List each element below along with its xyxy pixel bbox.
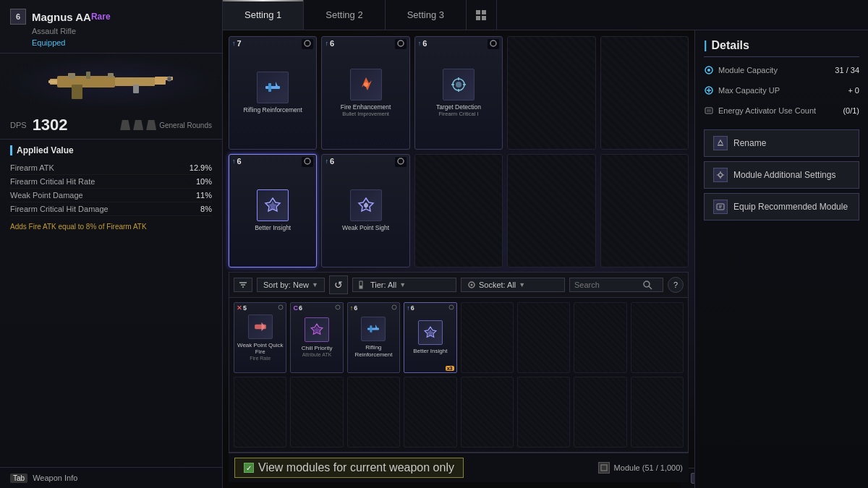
tab-setting3[interactable]: Setting 3 [386, 0, 467, 30]
energy-stat: Energy Activator Use Count (0/1) [704, 103, 859, 118]
svg-rect-49 [370, 325, 373, 332]
svg-point-56 [707, 69, 710, 72]
svg-point-24 [305, 158, 310, 164]
svg-marker-50 [376, 325, 378, 329]
module-capacity-value: 31 / 34 [835, 66, 859, 74]
sort-filter-icon[interactable] [234, 278, 252, 292]
module-count-label: Module (51 / 1,000) [614, 463, 683, 472]
module-cost-7 [395, 157, 407, 167]
stat-name-weak-point: Weak Point Damage [10, 191, 83, 200]
inv-module-4[interactable]: ↑ 6 Be [404, 302, 456, 373]
inv-module-6[interactable] [517, 302, 570, 373]
refresh-button[interactable]: ↺ [329, 275, 348, 294]
equipped-module-2[interactable]: ↑ 6 Fire Enhancement [321, 36, 409, 150]
search-input[interactable] [574, 281, 639, 289]
sort-button[interactable]: Sort by: New ▼ [257, 278, 325, 292]
equipped-module-10[interactable] [600, 154, 689, 267]
svg-rect-8 [133, 85, 139, 93]
socket-filter[interactable]: Socket: All ▼ [461, 278, 565, 292]
weapon-name: Magnus AA [32, 11, 91, 23]
tier-label: Tier: All [370, 281, 396, 289]
stat-name-crit-dmg: Firearm Critical Hit Damage [10, 205, 109, 213]
svg-rect-54 [601, 465, 607, 471]
svg-rect-10 [48, 80, 57, 83]
svg-point-27 [398, 158, 404, 164]
equipped-module-8[interactable] [414, 154, 503, 267]
rename-button[interactable]: Rename [704, 129, 859, 157]
help-button[interactable]: ? [668, 277, 684, 293]
dps-row: DPS 1302 General Rounds [0, 111, 222, 140]
tier-filter[interactable]: Tier: All ▼ [352, 278, 456, 292]
max-capacity-value: + 0 [848, 86, 859, 95]
inv-module-10[interactable] [290, 377, 343, 448]
inv-module-2[interactable]: C 6 Ch [290, 302, 343, 373]
inv-badge-4: x3 [446, 366, 454, 371]
inv-tier-1: ✕ 5 [237, 304, 247, 312]
svg-point-47 [392, 305, 396, 309]
inventory-grid-wrapper: ✕ 5 We [229, 297, 689, 453]
inv-module-14[interactable] [517, 377, 570, 448]
equipped-module-3[interactable]: ↑ 6 [414, 36, 503, 150]
equipped-module-5[interactable] [600, 36, 689, 150]
search-area[interactable] [569, 278, 663, 292]
svg-point-19 [456, 82, 461, 87]
rename-icon [713, 136, 728, 150]
inv-module-7[interactable] [574, 302, 626, 373]
inv-subname-1: Fire Rate [250, 356, 271, 361]
module-name-6: Better Insight [252, 224, 293, 231]
weapon-level: 6 [10, 9, 26, 25]
inventory-grid: ✕ 5 We [234, 302, 684, 448]
inv-module-16[interactable] [631, 377, 684, 448]
additional-settings-icon [713, 168, 728, 182]
inv-module-8[interactable] [631, 302, 684, 373]
inv-name-4: Better Insight [412, 348, 448, 355]
inv-module-5[interactable] [461, 302, 514, 373]
svg-rect-7 [72, 85, 82, 99]
bottom-tab[interactable]: Tab Weapon Info [0, 467, 222, 488]
equipped-module-7[interactable]: ↑ 6 [321, 154, 409, 267]
module-cost-6 [302, 157, 313, 167]
stat-value-weak-point: 11% [196, 191, 212, 200]
inv-tier-2: C 6 [293, 304, 302, 312]
inv-module-1[interactable]: ✕ 5 We [234, 302, 286, 373]
equipped-module-9[interactable] [507, 154, 595, 267]
max-capacity-label: Max Capacity UP [718, 86, 843, 95]
sort-label: Sort by: New [263, 281, 309, 289]
grid-icon [476, 10, 486, 20]
module-capacity-label: Module Capacity [718, 66, 830, 74]
additional-settings-button[interactable]: Module Additional Settings [704, 161, 859, 189]
module-grid-area: ↑ 7 Rifling R [223, 30, 694, 488]
equipped-module-4[interactable] [507, 36, 595, 150]
inv-module-11[interactable] [347, 377, 400, 448]
module-icon-6 [257, 189, 289, 221]
equipped-module-1[interactable]: ↑ 7 Rifling R [229, 36, 317, 150]
module-count: Module (51 / 1,000) [598, 462, 683, 474]
module-tier-3: ↑ 6 [418, 39, 427, 48]
applied-value-title: Applied Value [10, 145, 212, 155]
inv-name-2: Chill Priority [300, 345, 334, 352]
left-panel: 6 Magnus AA Rare Assault Rifle Equipped [0, 0, 223, 488]
equip-recommended-button[interactable]: Equip Recommended Module [704, 193, 859, 221]
inv-module-3[interactable]: ↑ 6 [347, 302, 400, 373]
weapon-image [43, 63, 180, 103]
stat-value-firearm-atk: 12.9% [190, 163, 212, 172]
inv-module-15[interactable] [574, 377, 626, 448]
equipped-module-6[interactable]: ↑ 6 Better Insight [229, 154, 317, 267]
weapon-image-area [0, 53, 222, 111]
inv-module-12[interactable] [404, 377, 456, 448]
inv-module-13[interactable] [461, 377, 514, 448]
svg-point-9 [167, 77, 171, 81]
svg-line-40 [649, 286, 652, 289]
inventory-toolbar: Sort by: New ▼ ↺ Tier: All ▼ [229, 272, 689, 297]
energy-icon [704, 106, 714, 116]
view-current-weapon-checkbox[interactable]: ✓ View modules for current weapon only [234, 458, 464, 478]
tab-setting1[interactable]: Setting 1 [223, 0, 304, 30]
tab-grid-button[interactable] [467, 0, 497, 30]
inv-cost-1 [278, 304, 284, 312]
details-title: Details [704, 39, 859, 57]
inv-module-9[interactable] [234, 377, 286, 448]
tab-key: Tab [10, 474, 27, 483]
tab-setting2[interactable]: Setting 2 [304, 0, 385, 30]
ammo-icon-3 [146, 120, 156, 130]
svg-rect-61 [707, 109, 711, 112]
